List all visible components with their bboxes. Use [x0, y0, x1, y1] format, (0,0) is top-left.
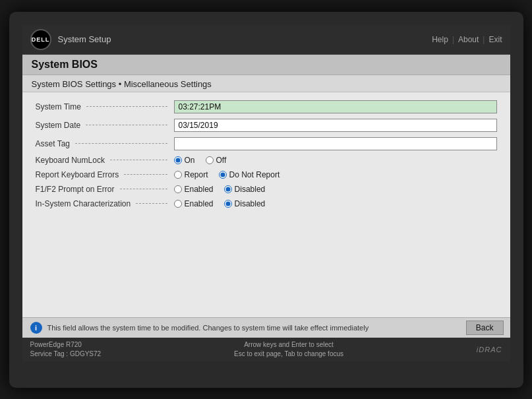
- hint2-label: Esc to exit page, Tab to change focus: [234, 350, 343, 359]
- in-system-characterization-options: Enabled Disabled: [167, 199, 497, 208]
- numlock-off-option[interactable]: Off: [206, 156, 227, 165]
- dell-logo: DELL: [30, 29, 51, 50]
- keyboard-numlock-row: Keyboard NumLock On Off: [36, 153, 497, 168]
- numlock-on-option[interactable]: On: [174, 156, 195, 165]
- f1f2-prompt-radio-group: Enabled Disabled: [174, 185, 497, 194]
- status-bar-left: PowerEdge R720 Service Tag : GDGYS72: [30, 340, 102, 359]
- section-header: System BIOS: [22, 55, 510, 75]
- top-bar-left: DELL System Setup: [30, 29, 111, 50]
- f1f2-enabled-radio[interactable]: [174, 185, 182, 193]
- insys-disabled-option[interactable]: Disabled: [224, 199, 266, 208]
- system-date-value: [167, 119, 497, 132]
- dell-logo-text: DELL: [32, 36, 50, 43]
- insys-enabled-radio[interactable]: [174, 200, 182, 208]
- f1f2-disabled-radio[interactable]: [224, 185, 232, 193]
- system-date-input[interactable]: [174, 119, 497, 132]
- top-bar: DELL System Setup Help | About | Exit: [22, 25, 510, 55]
- system-time-value: [167, 100, 497, 113]
- status-bar-center: Arrow keys and Enter to select Esc to ex…: [234, 340, 343, 359]
- system-time-label: System Time: [36, 102, 167, 111]
- system-time-input[interactable]: [174, 100, 497, 113]
- f1f2-prompt-options: Enabled Disabled: [167, 185, 497, 194]
- f1f2-prompt-label: F1/F2 Prompt on Error: [36, 185, 167, 194]
- separator1: |: [452, 35, 454, 44]
- system-time-row: System Time: [36, 98, 497, 116]
- numlock-off-radio[interactable]: [206, 156, 214, 164]
- exit-link[interactable]: Exit: [488, 35, 502, 44]
- in-system-characterization-radio-group: Enabled Disabled: [174, 199, 497, 208]
- asset-tag-row: Asset Tag: [36, 135, 497, 153]
- insys-enabled-option[interactable]: Enabled: [174, 199, 214, 208]
- top-bar-nav: Help | About | Exit: [432, 35, 502, 44]
- keyboard-numlock-options: On Off: [167, 156, 497, 165]
- in-system-characterization-label: In-System Characterization: [36, 199, 167, 208]
- report-keyboard-errors-options: Report Do Not Report: [167, 170, 497, 179]
- screen: DELL System Setup Help | About | Exit Sy…: [22, 25, 510, 361]
- asset-tag-value: [167, 137, 497, 150]
- do-not-report-option[interactable]: Do Not Report: [219, 170, 280, 179]
- f1f2-disabled-option[interactable]: Disabled: [224, 185, 266, 194]
- numlock-on-radio[interactable]: [174, 156, 182, 164]
- report-keyboard-errors-label: Report Keyboard Errors: [36, 170, 167, 179]
- top-bar-title: System Setup: [58, 34, 111, 44]
- f1f2-prompt-row: F1/F2 Prompt on Error Enabled Disabled: [36, 182, 497, 197]
- about-link[interactable]: About: [458, 35, 479, 44]
- info-icon: i: [30, 322, 42, 334]
- insys-disabled-radio[interactable]: [224, 200, 232, 208]
- section-subtitle: System BIOS Settings • Miscellaneous Set…: [32, 79, 501, 89]
- report-radio[interactable]: [174, 171, 182, 179]
- asset-tag-input[interactable]: [174, 137, 497, 150]
- section-subheader: System BIOS Settings • Miscellaneous Set…: [22, 75, 510, 92]
- model-label: PowerEdge R720: [30, 340, 102, 350]
- keyboard-numlock-radio-group: On Off: [174, 156, 497, 165]
- back-button[interactable]: Back: [466, 321, 504, 335]
- hint1-label: Arrow keys and Enter to select: [234, 340, 343, 350]
- separator2: |: [483, 35, 485, 44]
- status-bar: PowerEdge R720 Service Tag : GDGYS72 Arr…: [22, 338, 510, 361]
- report-option[interactable]: Report: [174, 170, 208, 179]
- report-keyboard-errors-row: Report Keyboard Errors Report Do Not Rep…: [36, 168, 497, 182]
- main-content: System BIOS System BIOS Settings • Misce…: [22, 55, 510, 338]
- settings-area: System Time System Date: [22, 92, 510, 317]
- service-tag-label: Service Tag : GDGYS72: [30, 350, 102, 359]
- system-date-row: System Date: [36, 116, 497, 135]
- help-link[interactable]: Help: [432, 35, 448, 44]
- report-keyboard-errors-radio-group: Report Do Not Report: [174, 170, 497, 179]
- info-bar: i This field allows the system time to b…: [22, 317, 510, 338]
- asset-tag-label: Asset Tag: [36, 139, 167, 148]
- info-message: This field allows the system time to be …: [47, 324, 369, 332]
- monitor-bezel: DELL System Setup Help | About | Exit Sy…: [9, 12, 523, 388]
- f1f2-enabled-option[interactable]: Enabled: [174, 185, 214, 194]
- keyboard-numlock-label: Keyboard NumLock: [36, 156, 167, 165]
- do-not-report-radio[interactable]: [219, 171, 227, 179]
- system-date-label: System Date: [36, 121, 167, 130]
- brand-label: iDRAC: [477, 346, 502, 353]
- in-system-characterization-row: In-System Characterization Enabled Disab…: [36, 197, 497, 211]
- section-title: System BIOS: [32, 59, 501, 71]
